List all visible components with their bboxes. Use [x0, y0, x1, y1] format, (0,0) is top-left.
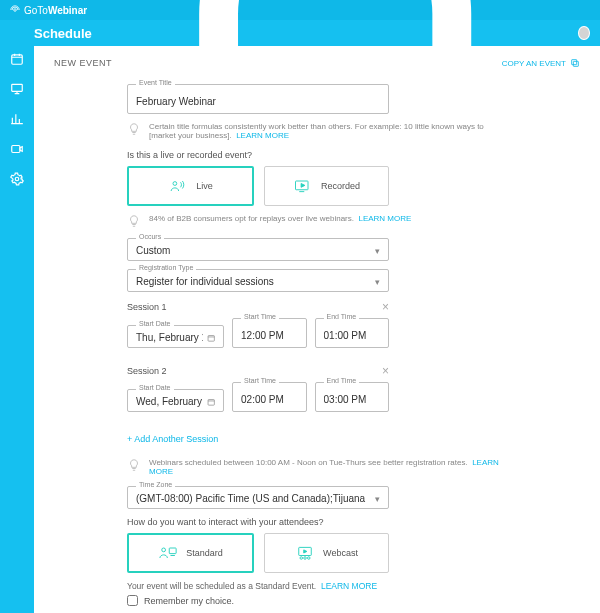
page-title: Schedule: [34, 26, 92, 41]
session-1-end-field[interactable]: End Time: [315, 318, 389, 348]
session-2-date[interactable]: [136, 396, 203, 407]
bulb-icon: [127, 122, 141, 136]
timezone-value[interactable]: [136, 493, 375, 504]
svg-rect-12: [169, 548, 176, 554]
recorded-icon: [293, 178, 313, 194]
remember-label: Remember my choice.: [144, 596, 234, 606]
session-1-start-label: Start Time: [241, 313, 279, 320]
occurs-field[interactable]: Occurs ▾: [127, 238, 389, 261]
time-tip: Webinars scheduled between 10:00 AM - No…: [127, 458, 507, 476]
session-1-date-label: Start Date: [136, 320, 174, 327]
gear-icon[interactable]: [10, 172, 24, 186]
reg-type-label: Registration Type: [136, 264, 196, 271]
chevron-down-icon: ▾: [375, 494, 380, 504]
copy-event-button[interactable]: COPY AN EVENT: [502, 58, 580, 68]
session-2-start-field[interactable]: Start Time: [232, 382, 306, 412]
bulb-icon: [127, 214, 141, 228]
session-1-end[interactable]: [324, 330, 380, 341]
learn-more-link[interactable]: LEARN MORE: [358, 214, 411, 223]
sidebar: [0, 46, 34, 613]
webcast-label: Webcast: [323, 548, 358, 558]
event-title-field[interactable]: Event Title: [127, 84, 389, 114]
learn-more-link[interactable]: LEARN MORE: [321, 581, 377, 591]
timezone-label: Time Zone: [136, 481, 175, 488]
session-1-start-field[interactable]: Start Time: [232, 318, 306, 348]
session-1-start[interactable]: [241, 330, 297, 341]
live-recorded-question: Is this a live or recorded event?: [127, 150, 507, 160]
live-icon: [168, 178, 188, 194]
svg-rect-1: [12, 55, 23, 64]
remember-row[interactable]: Remember my choice.: [127, 595, 507, 606]
session-2-date-label: Start Date: [136, 384, 174, 391]
interact-question: How do you want to interact with your at…: [127, 517, 507, 527]
session-2-end[interactable]: [324, 394, 380, 405]
session-1-label: Session 1: [127, 302, 167, 312]
session-2-label: Session 2: [127, 366, 167, 376]
reg-type-field[interactable]: Registration Type ▾: [127, 269, 389, 292]
broadcast-icon: [10, 5, 20, 15]
live-label: Live: [196, 181, 213, 191]
session-2-start[interactable]: [241, 394, 297, 405]
calendar-icon: [207, 397, 215, 407]
session-2-close[interactable]: ×: [382, 364, 389, 378]
occurs-value[interactable]: [136, 245, 375, 256]
svg-point-16: [308, 557, 311, 560]
standard-icon: [158, 545, 178, 561]
add-session-button[interactable]: + Add Another Session: [127, 434, 218, 444]
event-title-label: Event Title: [136, 79, 175, 86]
svg-rect-2: [12, 84, 23, 91]
standard-card[interactable]: Standard: [127, 533, 254, 573]
recorded-label: Recorded: [321, 181, 360, 191]
svg-rect-3: [12, 146, 20, 153]
brand-light: GoTo: [24, 5, 48, 16]
svg-point-0: [14, 9, 17, 12]
session-2-start-label: Start Time: [241, 377, 279, 384]
avatar[interactable]: [578, 26, 590, 40]
remember-checkbox[interactable]: [127, 595, 138, 606]
time-tip-text: Webinars scheduled between 10:00 AM - No…: [149, 458, 468, 467]
session-1-date[interactable]: [136, 332, 203, 343]
session-2-date-field[interactable]: Start Date: [127, 389, 224, 412]
event-title-input[interactable]: [136, 96, 380, 107]
svg-rect-9: [208, 335, 214, 341]
calendar-icon[interactable]: [10, 52, 24, 66]
svg-point-11: [162, 548, 166, 552]
header-bar: Schedule: [0, 20, 600, 46]
video-icon[interactable]: [10, 142, 24, 156]
calendar-icon: [207, 333, 215, 343]
reg-type-value[interactable]: [136, 276, 375, 287]
replay-tip: 84% of B2B consumers opt for replays ove…: [127, 214, 507, 228]
copy-icon: [570, 58, 580, 68]
new-event-title: NEW EVENT: [54, 58, 112, 68]
svg-point-14: [300, 557, 303, 560]
learn-more-link[interactable]: LEARN MORE: [236, 131, 289, 140]
recorded-card[interactable]: Recorded: [264, 166, 389, 206]
webcast-card[interactable]: Webcast: [264, 533, 389, 573]
occurs-label: Occurs: [136, 233, 164, 240]
standard-label: Standard: [186, 548, 223, 558]
chart-icon[interactable]: [10, 112, 24, 126]
chevron-down-icon: ▾: [375, 246, 380, 256]
title-tip-text: Certain title formulas consistently work…: [149, 122, 484, 140]
monitor-icon[interactable]: [10, 82, 24, 96]
svg-rect-6: [572, 60, 577, 65]
live-card[interactable]: Live: [127, 166, 254, 206]
standard-notice: Your event will be scheduled as a Standa…: [127, 581, 316, 591]
session-1-close[interactable]: ×: [382, 300, 389, 314]
timezone-field[interactable]: Time Zone ▾: [127, 486, 389, 509]
session-2-end-field[interactable]: End Time: [315, 382, 389, 412]
copy-event-label: COPY AN EVENT: [502, 59, 566, 68]
replay-tip-text: 84% of B2B consumers opt for replays ove…: [149, 214, 354, 223]
session-1-date-field[interactable]: Start Date: [127, 325, 224, 348]
chevron-down-icon: ▾: [375, 277, 380, 287]
session-2-end-label: End Time: [324, 377, 360, 384]
svg-rect-10: [208, 399, 214, 405]
title-tip: Certain title formulas consistently work…: [127, 122, 507, 140]
svg-rect-5: [573, 61, 578, 66]
svg-point-7: [173, 182, 177, 186]
brand-bold: Webinar: [48, 5, 87, 16]
webcast-icon: [295, 545, 315, 561]
svg-point-15: [304, 557, 307, 560]
content: NEW EVENT COPY AN EVENT Event Title Cert…: [34, 46, 600, 613]
session-1-end-label: End Time: [324, 313, 360, 320]
